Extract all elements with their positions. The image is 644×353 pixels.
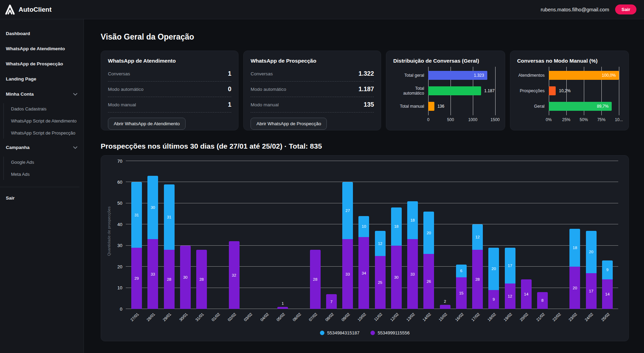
legend-item[interactable]: 5534999115556 (370, 330, 410, 335)
distribution-chart-card: Distribuição de Conversas (Geral) Total … (386, 51, 505, 130)
bar-segment: 18 (391, 207, 402, 246)
x-tick: 30/01 (177, 309, 193, 325)
x-tick-label: 23/02 (568, 312, 578, 322)
sidebar-item-minha-conta[interactable]: Minha Conta (0, 88, 84, 100)
bar-segment: 7 (326, 294, 337, 309)
stacked-bar: 32 (229, 241, 240, 309)
segment-value-label: 29 (134, 276, 139, 280)
chart-row: Prospecções10,2% (517, 83, 622, 98)
chart-legend: 55349843151875534999115556 (110, 330, 620, 336)
bar-track: 89,7% (549, 102, 619, 111)
x-tick-label: 17/02 (470, 312, 480, 322)
sidebar-item-whatsapp-atendimento[interactable]: WhatsApp de Atendimento (0, 43, 84, 55)
bar-track: 1.187 (428, 86, 495, 95)
sidebar-item-landing-page[interactable]: Landing Page (0, 73, 84, 85)
open-whatsapp-prospeccao-button[interactable]: Abrir WhatsApp de Prospecção (251, 118, 327, 130)
chart-row: Total geral1.323 (393, 67, 498, 83)
bar-column: 2017 (583, 231, 599, 309)
sidebar-item-dados-cadastrais[interactable]: Dados Cadastrais (4, 103, 84, 115)
sidebar-item-script-prospeccao[interactable]: WhatsApp Script de Prospecção (4, 127, 84, 139)
chart-row: Total manual136 (393, 98, 498, 114)
sidebar-item-sair[interactable]: Sair (0, 192, 84, 204)
segment-value-label: 7 (330, 300, 332, 304)
segment-value-label: 1 (282, 301, 284, 306)
chart-row: Total automático1.187 (393, 83, 498, 98)
bar-column: 32 (226, 241, 242, 309)
bar-segment: 8 (537, 292, 548, 309)
segment-value-label: 28 (199, 277, 204, 281)
stacked-bar: 3129 (131, 182, 142, 309)
sidebar-item-campanha[interactable]: Campanha (0, 141, 84, 153)
bar-column: 2733 (340, 182, 356, 309)
sidebar-item-google-ads[interactable]: Google Ads (4, 157, 84, 168)
open-whatsapp-atendimento-button[interactable]: Abrir WhatsApp de Atendimento (108, 118, 186, 130)
x-tick: 25/02 (599, 309, 615, 325)
bar-column: 615 (453, 265, 469, 309)
bar-column: 1833 (404, 201, 421, 309)
bar-segment: 20 (423, 212, 434, 254)
x-tick-label: 06/02 (292, 312, 302, 322)
bar-segment: 33 (407, 239, 418, 309)
overview-title: Visão Geral da Operação (101, 32, 629, 42)
segment-value-label: 17 (589, 289, 593, 293)
stacked-bar: 2733 (342, 182, 353, 309)
segment-value-label: 17 (508, 264, 512, 268)
card-title: Distribuição de Conversas (Geral) (393, 58, 498, 64)
y-tick-label: 10 (118, 285, 122, 290)
stat-row: Conversas 1.322 (251, 66, 374, 82)
sidebar-item-dashboard[interactable]: Dashboard (0, 28, 84, 40)
value-label: 89,7% (597, 104, 609, 109)
sidebar-item-whatsapp-prospeccao[interactable]: WhatsApp de Prospecção (0, 58, 84, 70)
segment-value-label: 8 (541, 298, 543, 302)
x-tick-label: 12/02 (389, 312, 399, 322)
bar-column: 28 (307, 250, 323, 309)
segment-value-label: 15 (459, 291, 464, 295)
x-tick-label: 16/02 (454, 312, 464, 322)
bar-column: 14 (518, 279, 534, 309)
bar-segment: 9 (488, 290, 499, 309)
bar-segment: 6 (456, 265, 467, 277)
segment-value-label: 33 (410, 272, 415, 276)
bar-segment: 28 (164, 250, 175, 309)
segment-value-label: 30 (183, 275, 188, 279)
stacked-bar: 1228 (472, 224, 483, 309)
prospect-stacked-chart: 0102030405060703129303331283028321287273… (110, 161, 620, 336)
plot-area: 0102030405060703129303331283028321287273… (126, 161, 618, 309)
y-tick-label: 0 (120, 306, 122, 311)
bar-column: 1820 (567, 229, 583, 309)
y-tick-label: 60 (118, 179, 122, 184)
atendimento-stat-card: WhatsApp de Atendimento Conversas 1 Modo… (101, 51, 238, 130)
tick-label: 25% (562, 117, 570, 122)
segment-value-label: 33 (345, 272, 350, 276)
segment-value-label: 14 (524, 292, 529, 296)
bar-segment: 30 (147, 176, 158, 239)
sidebar-item-meta-ads[interactable]: Meta Ads (4, 169, 84, 180)
x-tick-label: 07/02 (308, 312, 318, 322)
logout-button[interactable]: Sair (615, 4, 636, 14)
stacked-bar: 2017 (586, 231, 597, 309)
bar-segment: 2 (440, 305, 451, 309)
bar-track: 1.323 (428, 71, 495, 80)
segment-value-label: 32 (232, 273, 236, 277)
legend-item[interactable]: 5534984315187 (320, 330, 359, 335)
distribution-chart: Total geral1.323Total automático1.187Tot… (393, 67, 498, 124)
x-tick-label: 05/02 (276, 312, 286, 322)
legend-dot-icon (320, 331, 324, 335)
tick-label: 50% (580, 117, 588, 122)
x-tick: 03/02 (242, 309, 258, 325)
x-tick-label: 24/02 (584, 312, 594, 322)
legend-label: 5534999115556 (378, 330, 410, 335)
bar (549, 86, 556, 95)
brand: AutoClient (5, 4, 52, 15)
segment-value-label: 33 (151, 272, 155, 276)
prospeccao-stat-card: WhatsApp de Prospecção Conversas 1.322 M… (243, 51, 381, 130)
chevron-down-icon (73, 92, 77, 97)
overview-cards-row: WhatsApp de Atendimento Conversas 1 Modo… (101, 51, 629, 130)
segment-value-label: 20 (589, 250, 593, 254)
bar-track: 10,2% (549, 86, 619, 95)
sidebar-item-script-atendimento[interactable]: WhatsApp Script de Atendimento (4, 115, 84, 127)
bar-column: 1712 (502, 248, 518, 309)
x-tick: 14/02 (421, 309, 437, 325)
stacked-bar: 14 (521, 279, 532, 309)
x-tick-label: 29/01 (162, 312, 172, 322)
